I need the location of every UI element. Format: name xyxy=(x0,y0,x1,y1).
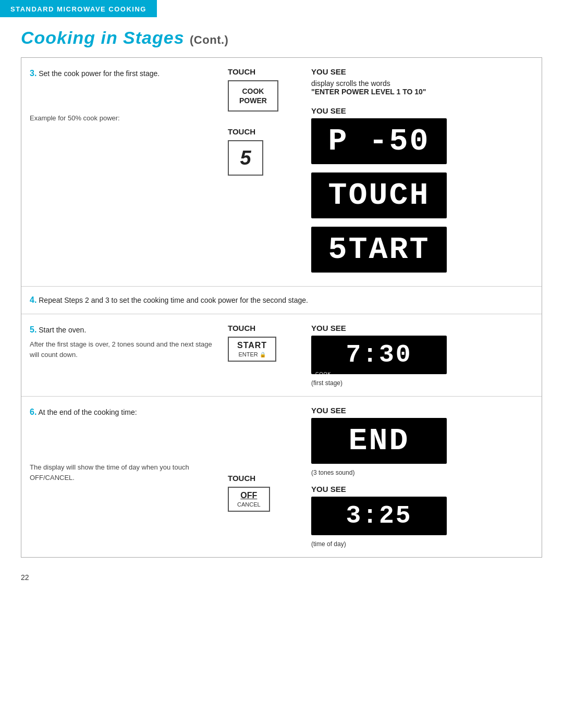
step5-text-col: 5. Start the oven. After the first stage… xyxy=(30,324,228,360)
step6-yousee-label2: YOU SEE xyxy=(311,485,346,493)
cook-power-line1: COOK xyxy=(239,87,267,96)
step5-caption: (first stage) xyxy=(311,379,342,387)
lcd-730: 7:30 xyxy=(311,336,447,374)
step5-num: 5. xyxy=(30,325,36,334)
cook-power-line2: POWER xyxy=(239,96,267,105)
step5-instruction: Start the oven. xyxy=(39,326,86,334)
step3-yousee-label: YOU SEE xyxy=(311,67,346,76)
step3-instruction: Set the cook power for the first stage. xyxy=(39,69,160,78)
main-content: Cooking in Stages (Cont.) 3. Set the coo… xyxy=(0,17,563,602)
step6-instruction: At the end of the cooking time: xyxy=(38,408,137,416)
step3-row: 3. Set the cook power for the first stag… xyxy=(21,58,542,287)
step6-body: 6. At the end of the cooking time: xyxy=(30,406,217,418)
title-text: Cooking in Stages xyxy=(21,28,185,47)
lock-icon: 🔒 xyxy=(260,352,266,357)
lcd-time: 3:25 xyxy=(311,497,447,535)
start-text: START xyxy=(237,341,267,350)
number-5: 5 xyxy=(240,147,251,169)
cancel-text: CANCEL xyxy=(237,501,261,508)
enter-text: ENTER 🔒 xyxy=(237,351,267,357)
step5-lcd-wrapper: 7:30 COOK xyxy=(311,336,447,378)
step5-sub: After the first stage is over, 2 tones s… xyxy=(30,339,217,360)
start-button[interactable]: START ENTER 🔒 xyxy=(228,337,276,362)
step6-row: 6. At the end of the cooking time: The d… xyxy=(21,397,542,557)
step4-num: 4. xyxy=(30,295,36,304)
lcd-touch: TOUCH xyxy=(311,172,447,218)
step6-caption-time: (time of day) xyxy=(311,540,346,548)
header-title: STANDARD MICROWAVE COOKING xyxy=(10,5,146,13)
step5-yousee-col: YOU SEE 7:30 COOK (first stage) xyxy=(311,324,533,387)
step6-num: 6. xyxy=(30,408,36,416)
lcd-end: END xyxy=(311,418,447,464)
enter-label: ENTER xyxy=(238,351,258,357)
step3-example-touch-label: TOUCH xyxy=(228,127,255,136)
off-cancel-button[interactable]: OFF CANCEL xyxy=(228,487,270,512)
step3-display-text: display scrolls the words xyxy=(311,79,390,88)
step5-yousee-label: YOU SEE xyxy=(311,324,346,332)
step3-yousee-text: display scrolls the words "ENTER POWER L… xyxy=(311,79,426,96)
step6-touch-col: TOUCH OFF CANCEL xyxy=(228,406,311,512)
step3-text-col: 3. Set the cook power for the first stag… xyxy=(30,67,228,124)
step5-touch-col: TOUCH START ENTER 🔒 xyxy=(228,324,311,362)
step5-touch-label: TOUCH xyxy=(228,324,255,332)
step3-example-yousee-label: YOU SEE xyxy=(311,106,346,115)
lcd-p50: P -50 xyxy=(311,118,447,164)
title-cont: (Cont.) xyxy=(190,33,228,46)
step3-example-text: Example for 50% cook power: xyxy=(30,113,217,124)
step3-body: 3. Set the cook power for the first stag… xyxy=(30,67,217,80)
step6-yousee-col: YOU SEE END (3 tones sound) YOU SEE 3:25… xyxy=(311,406,533,548)
step5-row: 5. Start the oven. After the first stage… xyxy=(21,314,542,397)
step6-text-col: 6. At the end of the cooking time: The d… xyxy=(30,406,228,483)
lcd-start: 5TART xyxy=(311,227,447,273)
step4-instruction: Repeat Steps 2 and 3 to set the cooking … xyxy=(39,296,308,304)
step3-display-quote: "ENTER POWER LEVEL 1 TO 10" xyxy=(311,88,426,96)
step3-touch-label: TOUCH xyxy=(228,67,255,76)
instruction-box: 3. Set the cook power for the first stag… xyxy=(21,57,542,558)
step4-row: 4. Repeat Steps 2 and 3 to set the cooki… xyxy=(21,287,542,314)
step6-sub: The display will show the time of day wh… xyxy=(30,462,217,483)
off-text: OFF xyxy=(237,491,261,500)
step6-yousee-label: YOU SEE xyxy=(311,406,346,415)
step3-yousee-col: YOU SEE display scrolls the words "ENTER… xyxy=(311,67,533,277)
step3-touch-col: TOUCH COOK POWER TOUCH 5 xyxy=(228,67,311,176)
step6-caption-end: (3 tones sound) xyxy=(311,469,354,476)
step3-num: 3. xyxy=(30,69,36,78)
step3-lcd-stack: P -50 TOUCH 5TART xyxy=(311,118,447,277)
header-bar: STANDARD MICROWAVE COOKING xyxy=(0,0,157,17)
step6-touch-label2: TOUCH xyxy=(228,474,255,483)
step4-text: 4. Repeat Steps 2 and 3 to set the cooki… xyxy=(30,294,533,306)
number-5-button[interactable]: 5 xyxy=(228,140,263,176)
cook-power-button[interactable]: COOK POWER xyxy=(228,80,278,112)
page-title: Cooking in Stages (Cont.) xyxy=(21,28,542,48)
page-number: 22 xyxy=(21,573,542,582)
cook-indicator: COOK xyxy=(315,371,332,376)
step5-body: 5. Start the oven. xyxy=(30,324,217,336)
